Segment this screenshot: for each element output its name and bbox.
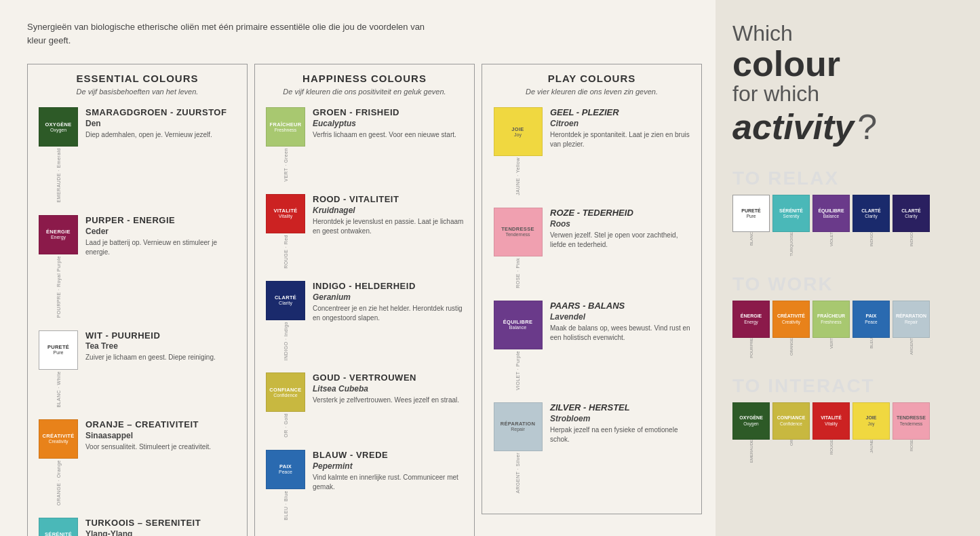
colour-plant: Eucalyptus <box>313 119 464 128</box>
main-content: Synergieën van biologische etherische ol… <box>0 0 716 536</box>
relax-chips: PURETÉPureBLANCSÉRÉNITÉSerenityTURQUOISE… <box>732 195 963 256</box>
colour-item: OXYGÈNEOxygenEMERAUDE · Emerald SMARAGDG… <box>38 107 237 203</box>
colour-name: SMARAGDGROEN - ZUURSTOF <box>85 107 237 119</box>
color-chip: JOIEJoy <box>852 402 890 440</box>
colour-name: GOUD - VERTROUWEN <box>313 372 464 384</box>
colour-item: CONFIANCEConfidenceOR · GoldGOUD - VERTR… <box>265 372 464 438</box>
work-label: TO WORK <box>732 273 963 295</box>
happiness-title: HAPPINESS COLOURS <box>265 73 464 84</box>
color-chip: VITALITÉVitality <box>812 402 850 440</box>
colour-plant: Litsea Cubeba <box>313 384 464 394</box>
colour-desc: Laad je batterij op. Vernieuw en stimule… <box>85 238 237 257</box>
colour-item: FRAÎCHEURFreshnessVERT · GreenGROEN - FR… <box>265 107 464 182</box>
colour-name: TURKOOIS – SERENITEIT <box>85 518 237 529</box>
essential-column: ESSENTIAL COLOURS De vijf basisbehoeften… <box>27 64 248 536</box>
happiness-column: HAPPINESS COLOURS De vijf kleuren die on… <box>254 64 475 536</box>
colour-item: CLARTÉClarityINDIGO · IndigoINDIGO - HEL… <box>265 281 464 360</box>
colour-item: PURETÉPureBLANC · White WIT - PUURHEID T… <box>38 330 237 408</box>
colour-plant: Strobloem <box>550 414 691 423</box>
color-chip: PAIXPeace <box>852 301 890 338</box>
colour-name: INDIGO - HELDERHEID <box>313 281 464 292</box>
colour-item: RÉPARATIONRepairARGENT · SilverZILVER - … <box>492 402 691 493</box>
essential-title: ESSENTIAL COLOURS <box>38 73 237 84</box>
colour-desc: Voor sensualiteit. Stimuleert je creativ… <box>85 442 237 452</box>
colour-name: ROOD - VITALITEIT <box>313 194 464 206</box>
color-chip: CONFIANCEConfidence <box>772 402 810 440</box>
question-mark: ? <box>857 107 877 147</box>
color-chip: TENDRESSETenderness <box>893 402 930 440</box>
colour-name: GROEN - FRISHEID <box>313 107 464 119</box>
interact-chips: OXYGÈNEOxygenEMERAUDECONFIANCEConfidence… <box>732 402 963 463</box>
colour-desc: Verfris lichaam en geest. Voor een nieuw… <box>313 130 464 140</box>
colour-desc: Versterk je zelfvertrouwen. Wees jezelf … <box>313 396 464 405</box>
colour-name: PAARS - BALANS <box>550 301 691 312</box>
colour-item: TENDRESSETendernessROSE · PinkROZE - TED… <box>492 208 691 288</box>
header-title-block: Which colour for which activity ? <box>732 20 963 147</box>
play-subtitle: De vier kleuren die ons leven zin geven. <box>492 87 691 97</box>
columns-wrapper: ESSENTIAL COLOURS De vijf basisbehoeften… <box>27 64 702 536</box>
color-chip: CLARTÉClarity <box>852 195 890 232</box>
color-chip: ÉQUILIBREBalance <box>812 195 850 232</box>
color-chip: CRÉATIVITÉCreativity <box>772 301 810 338</box>
essential-subtitle: De vijf basisbehoeften van het leven. <box>38 87 237 97</box>
colour-item: VITALITÉVitalityROUGE · RedROOD - VITALI… <box>265 194 464 269</box>
colour-plant: Lavendel <box>550 312 691 322</box>
colour-desc: Maak de balans op, wees bewust. Vind rus… <box>550 324 691 343</box>
colour-desc: Verwen jezelf. Stel je open voor zachthe… <box>550 231 691 250</box>
colour-name: GEEL - PLEZIER <box>550 107 691 119</box>
color-chip: PURETÉPure <box>732 195 770 232</box>
colour-desc: Vind kalmte en innerlijke rust. Communic… <box>313 473 464 492</box>
colour-desc: Herontdek je levenslust en passie. Laat … <box>313 217 464 236</box>
right-sidebar: Which colour for which activity ? TO REL… <box>716 0 980 536</box>
relax-label: TO RELAX <box>732 168 963 189</box>
colour-plant: Pepermint <box>313 461 464 471</box>
interact-section: TO INTERACT OXYGÈNEOxygenEMERAUDECONFIAN… <box>732 375 963 463</box>
essential-items: OXYGÈNEOxygenEMERAUDE · Emerald SMARAGDG… <box>38 107 237 536</box>
colour-name: ORANJE – CREATIVITEIT <box>85 419 237 431</box>
happiness-subtitle: De vijf kleuren die ons positiviteit en … <box>265 87 464 97</box>
interact-label: TO INTERACT <box>732 375 963 397</box>
color-chip: RÉPARATIONRepair <box>893 301 930 338</box>
colour-plant: Sinaasappel <box>85 431 237 440</box>
work-chips: ÉNERGIEEnergyPOURPRECRÉATIVITÉCreativity… <box>732 301 963 358</box>
relax-section: TO RELAX PURETÉPureBLANCSÉRÉNITÉSerenity… <box>732 168 963 256</box>
colour-plant: Kruidnagel <box>313 206 464 215</box>
colour-item: CRÉATIVITÉCreativityORANGE · Orange ORAN… <box>38 419 237 505</box>
play-items: JOIEJoyJAUNE · YellowGEEL - PLEZIERCitro… <box>492 107 691 493</box>
colour-item: ÉQUILIBREBalanceVIOLET · PurplePAARS - B… <box>492 301 691 390</box>
color-chip: ÉNERGIEEnergy <box>732 301 770 338</box>
work-section: TO WORK ÉNERGIEEnergyPOURPRECRÉATIVITÉCr… <box>732 273 963 358</box>
colour-desc: Herontdek je spontaniteit. Laat je zien … <box>550 130 691 149</box>
color-chip: SÉRÉNITÉSerenity <box>772 195 810 232</box>
colour-name: ZILVER - HERSTEL <box>550 402 691 414</box>
which-label: Which <box>732 20 963 46</box>
play-title: PLAY COLOURS <box>492 73 691 84</box>
play-column: PLAY COLOURS De vier kleuren die ons lev… <box>482 64 702 514</box>
colour-label: colour <box>732 46 963 81</box>
color-chip: OXYGÈNEOxygen <box>732 402 770 440</box>
colour-item: PAIXPeaceBLEU · BlueBLAUW - VREDEPepermi… <box>265 450 464 520</box>
colour-desc: Herpak jezelf na een fysieke of emotione… <box>550 425 691 444</box>
colour-plant: Tea Tree <box>85 341 237 351</box>
colour-name: PURPER - ENERGIE <box>85 215 237 227</box>
colour-item: ÉNERGIEEnergyPOURPRE · Royal Purple PURP… <box>38 215 237 318</box>
color-chip: CLARTÉClarity <box>893 195 930 232</box>
colour-plant: Ceder <box>85 227 237 236</box>
colour-plant: Geranium <box>313 292 464 302</box>
colour-name: ROZE - TEDERHEID <box>550 208 691 219</box>
happiness-items: FRAÎCHEURFreshnessVERT · GreenGROEN - FR… <box>265 107 464 520</box>
colour-plant: Den <box>85 119 237 128</box>
intro-text: Synergieën van biologische etherische ol… <box>27 20 434 47</box>
colour-plant: Roos <box>550 219 691 229</box>
colour-desc: Concentreer je en zie het helder. Heront… <box>313 304 464 323</box>
for-which-label: for which <box>732 81 963 107</box>
colour-desc: Diep ademhalen, open je. Vernieuw jezelf… <box>85 130 237 140</box>
colour-item: SÉRÉNITÉSerenityTURQUOISE · Turquoise TU… <box>38 518 237 536</box>
colour-item: JOIEJoyJAUNE · YellowGEEL - PLEZIERCitro… <box>492 107 691 195</box>
activity-label-main: activity <box>732 109 854 145</box>
colour-name: BLAUW - VREDE <box>313 450 464 461</box>
colour-plant: Citroen <box>550 119 691 128</box>
color-chip: FRAÎCHEURFreshness <box>812 301 850 338</box>
colour-desc: Zuiver je lichaam en geest. Diepe reinig… <box>85 353 237 362</box>
colour-name: WIT - PUURHEID <box>85 330 237 342</box>
